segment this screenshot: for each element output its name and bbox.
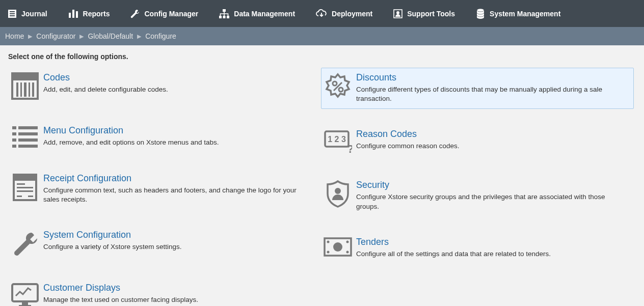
option-receipt-configuration[interactable]: Receipt Configuration Configure common t… xyxy=(8,169,321,210)
database-icon xyxy=(475,8,486,19)
svg-rect-17 xyxy=(16,82,18,97)
breadcrumb-sep: ▶ xyxy=(79,33,84,40)
svg-text:?: ? xyxy=(347,143,352,154)
nav-deployment-label: Deployment xyxy=(332,10,372,18)
nav-data-management[interactable]: Data Management xyxy=(219,9,306,19)
svg-rect-2 xyxy=(10,13,15,14)
option-codes-title: Codes xyxy=(43,72,306,83)
svg-rect-16 xyxy=(12,73,38,80)
svg-line-42 xyxy=(334,82,342,91)
cloud-down-icon xyxy=(315,9,328,19)
option-tenders-title: Tenders xyxy=(356,237,619,247)
option-security-title: Security xyxy=(356,180,619,190)
option-receipt-configuration-desc: Configure common text, such as headers a… xyxy=(43,186,306,204)
breadcrumb-configure: Configure xyxy=(145,32,176,40)
page-prompt: Select one of the following options. xyxy=(8,52,636,61)
nav-system-management-label: System Management xyxy=(490,10,560,18)
monitor-icon xyxy=(11,283,39,306)
svg-rect-29 xyxy=(18,145,38,148)
svg-rect-19 xyxy=(24,82,26,97)
option-receipt-configuration-title: Receipt Configuration xyxy=(43,173,306,184)
option-security-desc: Configure Xstore security groups and the… xyxy=(356,192,619,211)
option-discounts[interactable]: Discounts Configure different types of d… xyxy=(321,68,634,109)
nav-system-management[interactable]: System Management xyxy=(475,8,572,19)
option-codes[interactable]: Codes Add, edit, and delete configurable… xyxy=(8,68,321,105)
svg-rect-21 xyxy=(32,82,34,97)
svg-rect-27 xyxy=(18,138,38,142)
svg-rect-20 xyxy=(29,82,30,97)
option-menu-configuration[interactable]: Menu Configuration Add, remove, and edit… xyxy=(8,121,321,153)
svg-rect-5 xyxy=(72,10,74,18)
nav-support-tools[interactable]: Support Tools xyxy=(393,9,466,19)
reason-codes-icon: 1 2 3? xyxy=(324,129,352,154)
breadcrumb-sep: ▶ xyxy=(137,33,141,40)
main-content: Select one of the following options. Cod… xyxy=(0,45,644,306)
svg-rect-38 xyxy=(22,302,28,305)
option-security[interactable]: Security Configure Xstore security group… xyxy=(321,175,634,216)
nav-config-manager[interactable]: Config Manager xyxy=(130,9,209,19)
big-wrench-icon xyxy=(11,230,39,257)
svg-point-12 xyxy=(396,11,399,14)
shield-icon xyxy=(325,180,351,208)
svg-rect-8 xyxy=(219,16,222,18)
option-reason-codes-title: Reason Codes xyxy=(356,129,619,140)
svg-rect-3 xyxy=(10,15,15,16)
svg-rect-6 xyxy=(76,11,78,18)
breadcrumb-configurator[interactable]: Configurator xyxy=(36,32,75,40)
svg-rect-26 xyxy=(12,138,16,142)
top-nav: Journal Reports Config Manager Data Mana… xyxy=(0,0,644,27)
svg-rect-25 xyxy=(18,132,38,135)
svg-rect-7 xyxy=(223,9,226,12)
svg-rect-1 xyxy=(10,11,15,12)
svg-point-51 xyxy=(327,251,330,253)
nav-journal[interactable]: Journal xyxy=(7,9,59,19)
options-col-left: Codes Add, edit, and delete configurable… xyxy=(8,68,321,306)
option-discounts-title: Discounts xyxy=(356,72,619,83)
journal-icon xyxy=(7,9,17,19)
options-grid: Codes Add, edit, and delete configurable… xyxy=(8,68,636,306)
svg-text:1 2 3: 1 2 3 xyxy=(328,135,346,144)
option-discounts-desc: Configure different types of discounts t… xyxy=(356,85,619,103)
svg-rect-22 xyxy=(12,126,16,129)
svg-rect-36 xyxy=(28,196,33,197)
svg-rect-9 xyxy=(223,16,226,18)
support-icon xyxy=(393,9,403,19)
option-customer-displays[interactable]: Customer Displays Manage the text used o… xyxy=(8,278,321,306)
barcode-icon xyxy=(11,72,39,100)
nav-reports-label: Reports xyxy=(83,10,110,18)
svg-rect-28 xyxy=(12,145,16,148)
svg-rect-4 xyxy=(69,13,71,18)
nav-config-manager-label: Config Manager xyxy=(144,10,198,18)
svg-rect-23 xyxy=(18,126,38,129)
option-menu-configuration-desc: Add, remove, and edit options on Xstore … xyxy=(43,138,306,147)
reports-icon xyxy=(68,9,79,19)
nav-deployment[interactable]: Deployment xyxy=(315,9,384,19)
svg-point-48 xyxy=(333,242,342,252)
svg-point-49 xyxy=(327,240,330,243)
option-system-configuration-desc: Configure a variety of Xstore system set… xyxy=(43,242,306,252)
nav-support-tools-label: Support Tools xyxy=(407,10,455,18)
breadcrumb-global-default[interactable]: Global/Default xyxy=(88,32,133,40)
svg-rect-34 xyxy=(17,190,33,192)
option-system-configuration[interactable]: System Configuration Configure a variety… xyxy=(8,225,321,263)
svg-rect-35 xyxy=(17,196,22,197)
nav-data-management-label: Data Management xyxy=(234,10,295,18)
option-codes-desc: Add, edit, and delete configurable codes… xyxy=(43,85,306,94)
options-col-right: Discounts Configure different types of d… xyxy=(321,68,634,306)
option-tenders[interactable]: Tenders Configure all of the settings an… xyxy=(321,232,634,264)
option-tenders-desc: Configure all of the settings and data t… xyxy=(356,249,619,259)
option-customer-displays-desc: Manage the text used on customer facing … xyxy=(43,295,306,304)
svg-point-46 xyxy=(335,188,341,194)
nav-journal-label: Journal xyxy=(21,10,47,18)
svg-rect-10 xyxy=(227,16,229,18)
svg-rect-33 xyxy=(17,187,33,188)
svg-rect-18 xyxy=(20,82,22,97)
nav-reports[interactable]: Reports xyxy=(68,9,121,19)
wrench-icon xyxy=(130,9,140,19)
cash-icon xyxy=(323,237,353,257)
svg-point-41 xyxy=(339,88,343,92)
option-reason-codes[interactable]: 1 2 3? Reason Codes Configure common rea… xyxy=(321,124,634,160)
option-customer-displays-title: Customer Displays xyxy=(43,283,306,293)
svg-point-50 xyxy=(346,240,349,243)
breadcrumb-home[interactable]: Home xyxy=(5,32,24,40)
